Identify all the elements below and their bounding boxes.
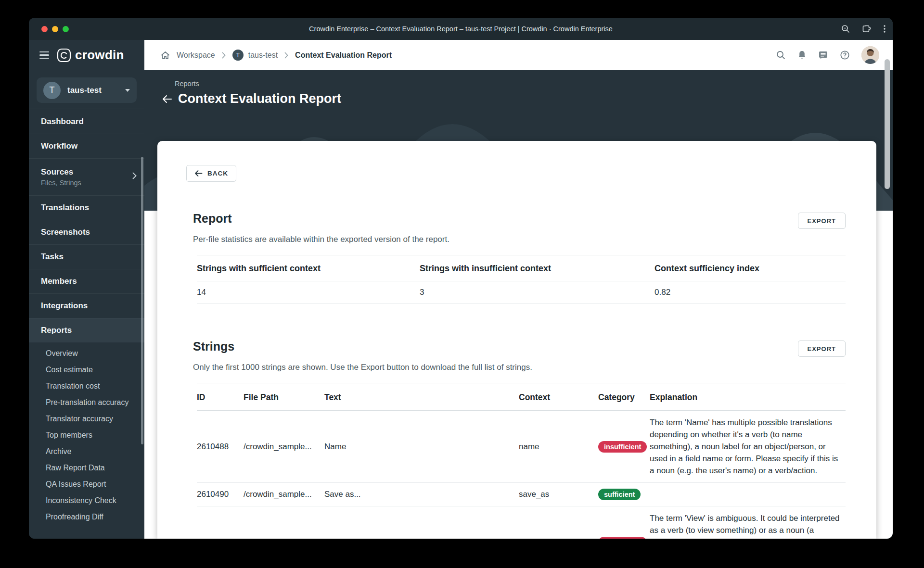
strings-note: Only the first 1000 strings are shown. U… [193, 363, 846, 372]
sidebar-subitem-cost-estimate[interactable]: Cost estimate [29, 362, 144, 378]
project-avatar: T [232, 50, 244, 61]
string-id: 2610490 [197, 483, 244, 506]
main-area: Workspace T taus-test Context Evaluation… [144, 40, 893, 539]
sidebar-subitem-overview[interactable]: Overview [29, 345, 144, 362]
stat-header: Context sufficiency index [654, 255, 846, 281]
sidebar-subitem-inconsistency-check[interactable]: Inconsistency Check [29, 492, 144, 509]
back-button[interactable]: BACK [186, 165, 236, 182]
chevron-right-icon [132, 172, 137, 182]
app-header: Workspace T taus-test Context Evaluation… [144, 40, 893, 70]
sidebar-subitem-top-members[interactable]: Top members [29, 427, 144, 443]
table-row: 2610492 /crowdin_sample... View view ins… [197, 506, 846, 539]
string-id: 2610488 [197, 411, 244, 483]
status-badge: insufficient [598, 441, 647, 453]
string-explanation: The term 'View' is ambiguous. It could b… [650, 506, 846, 539]
status-badge: sufficient [598, 489, 641, 500]
sidebar-item-members[interactable]: Members [29, 269, 144, 293]
string-file-path: /crowdin_sample... [244, 411, 324, 483]
stat-header: Strings with insufficient context [420, 255, 654, 281]
string-explanation: The term 'Name' has multiple possible tr… [650, 411, 846, 483]
page-title: Context Evaluation Report [178, 91, 341, 106]
sidebar-scrollbar[interactable] [141, 157, 143, 444]
report-stats-table: Strings with sufficient context Strings … [197, 255, 846, 304]
browser-titlebar: Crowdin Enterprise – Context Evaluation … [29, 18, 893, 40]
workspace-name: taus-test [67, 86, 118, 95]
page-scrollbar[interactable] [885, 59, 890, 189]
sidebar-item-translations[interactable]: Translations [29, 195, 144, 220]
chevron-down-icon [125, 89, 130, 92]
sidebar-item-sources[interactable]: Sources Files, Strings [29, 158, 144, 195]
notifications-bell-icon[interactable] [797, 50, 807, 60]
breadcrumb-project[interactable]: T taus-test [232, 50, 278, 61]
stat-value-index: 0.82 [654, 281, 846, 304]
chevron-right-icon [284, 52, 288, 59]
string-file-path: /crowdin_sample... [244, 506, 324, 539]
stat-header: Strings with sufficient context [197, 255, 420, 281]
crowdin-logo-icon [57, 48, 71, 63]
sidebar-item-sources-subtitle: Files, Strings [41, 179, 81, 187]
back-arrow-icon [194, 170, 203, 177]
string-context: save_as [519, 483, 598, 506]
sidebar-item-tasks[interactable]: Tasks [29, 244, 144, 269]
stat-value-insufficient: 3 [420, 281, 654, 304]
strings-table: ID File Path Text Context Category Expla… [197, 383, 846, 539]
string-text: Name [324, 411, 519, 483]
browser-extensions-icon[interactable] [862, 24, 872, 34]
sidebar-subitem-qa-issues-report[interactable]: QA Issues Report [29, 476, 144, 492]
report-note: Per-file statistics are available within… [193, 235, 846, 244]
string-id: 2610492 [197, 506, 244, 539]
string-explanation [650, 483, 846, 506]
sidebar-subitem-archive[interactable]: Archive [29, 443, 144, 460]
breadcrumb-current: Context Evaluation Report [295, 51, 392, 60]
hero-eyebrow: Reports [175, 80, 199, 88]
string-text: Save as... [324, 483, 519, 506]
sidebar-item-reports[interactable]: Reports [29, 318, 144, 342]
sidebar-subitem-proofreading-diff[interactable]: Proofreading Diff [29, 509, 144, 525]
sidebar: crowdin T taus-test Dashboard Workflow S… [29, 40, 144, 539]
strings-section-title: Strings [193, 340, 234, 353]
report-section-title: Report [193, 212, 232, 226]
table-header-row: ID File Path Text Context Category Expla… [197, 383, 846, 411]
hamburger-menu-icon[interactable] [39, 51, 49, 59]
string-text: View [324, 506, 519, 539]
sidebar-subitem-raw-report-data[interactable]: Raw Report Data [29, 460, 144, 476]
sidebar-item-integrations[interactable]: Integrations [29, 293, 144, 318]
string-context: name [519, 411, 598, 483]
sidebar-item-workflow[interactable]: Workflow [29, 134, 144, 158]
messages-icon[interactable] [818, 50, 828, 60]
string-context: view [519, 506, 598, 539]
crowdin-logo[interactable]: crowdin [57, 48, 124, 63]
crowdin-logo-text: crowdin [75, 48, 124, 63]
window-title: Crowdin Enterprise – Context Evaluation … [29, 25, 893, 33]
stat-value-sufficient: 14 [197, 281, 420, 304]
chevron-right-icon [222, 52, 226, 59]
back-arrow-icon[interactable] [162, 94, 172, 104]
sidebar-subitem-translation-cost[interactable]: Translation cost [29, 378, 144, 394]
browser-zoom-icon[interactable] [841, 24, 850, 34]
report-export-button[interactable]: EXPORT [798, 213, 846, 229]
sidebar-subitem-translator-accuracy[interactable]: Translator accuracy [29, 411, 144, 427]
table-row: 2610490 /crowdin_sample... Save as... sa… [197, 483, 846, 506]
breadcrumb: Workspace T taus-test Context Evaluation… [161, 50, 392, 61]
string-file-path: /crowdin_sample... [244, 483, 324, 506]
user-avatar[interactable] [861, 46, 879, 64]
sidebar-item-screenshots[interactable]: Screenshots [29, 220, 144, 244]
workspace-selector[interactable]: T taus-test [37, 77, 137, 103]
workspace-avatar: T [43, 82, 61, 99]
breadcrumb-workspace[interactable]: Workspace [177, 51, 215, 60]
report-card: BACK Report EXPORT Per-file statistics a… [157, 141, 876, 539]
search-icon[interactable] [776, 50, 786, 60]
strings-export-button[interactable]: EXPORT [798, 341, 846, 357]
browser-menu-icon[interactable] [883, 24, 886, 34]
sidebar-item-dashboard[interactable]: Dashboard [29, 109, 144, 134]
status-badge: insufficient [598, 537, 647, 539]
browser-window: Crowdin Enterprise – Context Evaluation … [29, 18, 893, 539]
table-row: 2610488 /crowdin_sample... Name name ins… [197, 411, 846, 483]
help-icon[interactable] [840, 50, 850, 60]
home-icon[interactable] [161, 51, 170, 60]
sidebar-subitem-pre-translation-accuracy[interactable]: Pre-translation accuracy [29, 394, 144, 411]
